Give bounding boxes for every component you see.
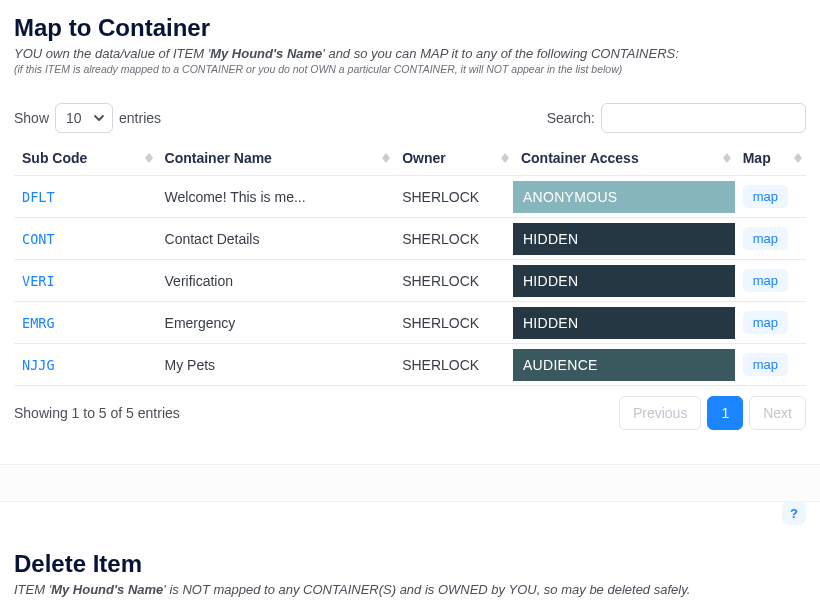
map-cell: map (735, 260, 806, 302)
map-section-title: Map to Container (14, 14, 806, 42)
col-label: Map (743, 150, 771, 166)
container-name-cell: Verification (157, 260, 395, 302)
access-badge: ANONYMOUS (513, 181, 735, 213)
col-label: Sub Code (22, 150, 87, 166)
container-name-cell: Contact Details (157, 218, 395, 260)
owner-cell: SHERLOCK (394, 302, 513, 344)
search-input[interactable] (601, 103, 806, 133)
map-cell: map (735, 176, 806, 218)
access-badge: AUDIENCE (513, 349, 735, 381)
length-select-wrap[interactable]: 10 (55, 103, 113, 133)
map-section-note: (if this ITEM is already mapped to a CON… (14, 63, 806, 75)
access-badge: HIDDEN (513, 307, 735, 339)
col-owner[interactable]: Owner (394, 141, 513, 176)
delete-section-subtitle: ITEM 'My Hound's Name' is NOT mapped to … (14, 582, 806, 597)
sort-icon (723, 153, 731, 163)
map-cell: map (735, 218, 806, 260)
map-button[interactable]: map (743, 269, 788, 292)
next-button[interactable]: Next (749, 396, 806, 430)
search-label: Search: (547, 110, 595, 126)
sort-icon (382, 153, 390, 163)
col-container-access[interactable]: Container Access (513, 141, 735, 176)
owner-cell: SHERLOCK (394, 344, 513, 386)
col-container-name[interactable]: Container Name (157, 141, 395, 176)
access-cell: AUDIENCE (513, 344, 735, 386)
help-button[interactable]: ? (782, 501, 806, 525)
access-cell: HIDDEN (513, 260, 735, 302)
map-cell: map (735, 344, 806, 386)
sort-icon (501, 153, 509, 163)
section-divider: ? (0, 464, 820, 502)
container-name-cell: Welcome! This is me... (157, 176, 395, 218)
map-cell: map (735, 302, 806, 344)
table-row: VERIVerificationSHERLOCKHIDDENmap (14, 260, 806, 302)
pagination: Previous 1 Next (619, 396, 806, 430)
access-badge: HIDDEN (513, 223, 735, 255)
subtitle-post: ' and so you can MAP it to any of the fo… (322, 46, 679, 61)
show-label: Show (14, 110, 49, 126)
sub-code-cell[interactable]: NJJG (14, 344, 157, 386)
container-name-cell: Emergency (157, 302, 395, 344)
access-cell: HIDDEN (513, 218, 735, 260)
subtitle-item-name: My Hound's Name (210, 46, 322, 61)
owner-cell: SHERLOCK (394, 176, 513, 218)
col-sub-code[interactable]: Sub Code (14, 141, 157, 176)
page-1-button[interactable]: 1 (707, 396, 743, 430)
col-map[interactable]: Map (735, 141, 806, 176)
access-cell: ANONYMOUS (513, 176, 735, 218)
map-button[interactable]: map (743, 353, 788, 376)
sub-code-cell[interactable]: VERI (14, 260, 157, 302)
container-name-cell: My Pets (157, 344, 395, 386)
owner-cell: SHERLOCK (394, 260, 513, 302)
map-button[interactable]: map (743, 311, 788, 334)
sort-icon (794, 153, 802, 163)
table-info: Showing 1 to 5 of 5 entries (14, 405, 180, 421)
col-label: Container Name (165, 150, 272, 166)
table-header-row: Sub Code Container Name Owner Container … (14, 141, 806, 176)
subtitle-pre: YOU own the data/value of ITEM ' (14, 46, 210, 61)
subtitle-pre: ITEM ' (14, 582, 51, 597)
table-row: CONTContact DetailsSHERLOCKHIDDENmap (14, 218, 806, 260)
access-cell: HIDDEN (513, 302, 735, 344)
map-button[interactable]: map (743, 227, 788, 250)
prev-button[interactable]: Previous (619, 396, 701, 430)
delete-section-title: Delete Item (14, 550, 806, 578)
table-row: DFLTWelcome! This is me...SHERLOCKANONYM… (14, 176, 806, 218)
subtitle-post: ' is NOT mapped to any CONTAINER(S) and … (163, 582, 690, 597)
map-button[interactable]: map (743, 185, 788, 208)
table-row: NJJGMy PetsSHERLOCKAUDIENCEmap (14, 344, 806, 386)
subtitle-item-name: My Hound's Name (51, 582, 163, 597)
table-row: EMRGEmergencySHERLOCKHIDDENmap (14, 302, 806, 344)
sub-code-cell[interactable]: DFLT (14, 176, 157, 218)
access-badge: HIDDEN (513, 265, 735, 297)
sort-icon (145, 153, 153, 163)
length-select[interactable]: 10 (55, 103, 113, 133)
containers-table: Sub Code Container Name Owner Container … (14, 141, 806, 386)
entries-label: entries (119, 110, 161, 126)
sub-code-cell[interactable]: CONT (14, 218, 157, 260)
owner-cell: SHERLOCK (394, 218, 513, 260)
sub-code-cell[interactable]: EMRG (14, 302, 157, 344)
map-section-subtitle: YOU own the data/value of ITEM 'My Hound… (14, 46, 806, 61)
col-label: Owner (402, 150, 446, 166)
col-label: Container Access (521, 150, 639, 166)
